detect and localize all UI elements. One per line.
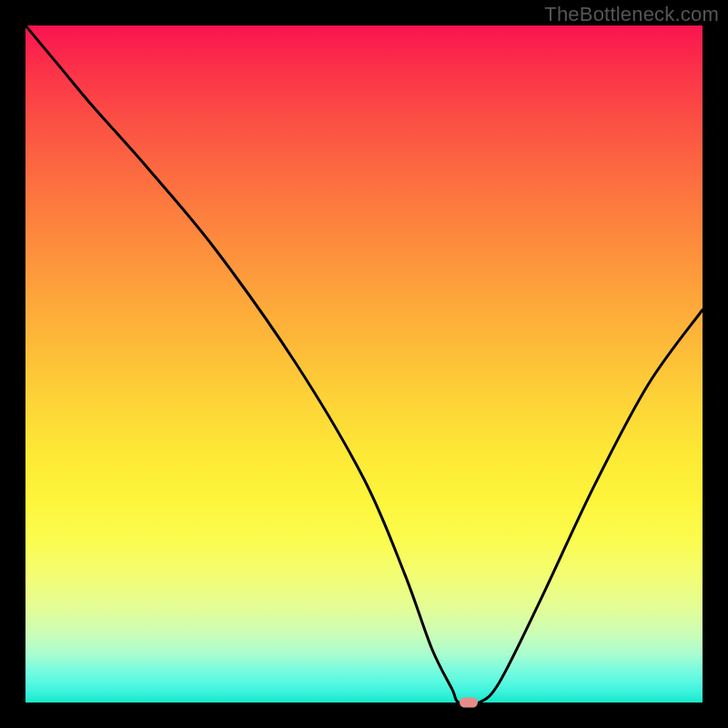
- bottleneck-curve-path: [25, 25, 703, 703]
- chart-container: TheBottleneck.com: [0, 0, 728, 728]
- curve-svg: [25, 25, 703, 703]
- plot-area: [25, 25, 703, 703]
- optimum-marker: [460, 698, 478, 708]
- watermark-text: TheBottleneck.com: [544, 3, 719, 26]
